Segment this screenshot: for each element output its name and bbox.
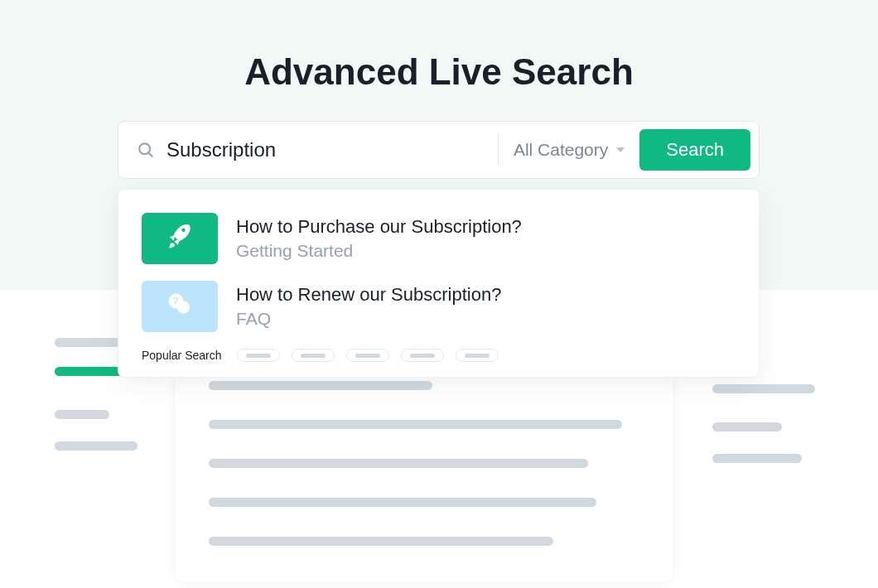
result-title: How to Purchase our Subscription? (236, 214, 522, 239)
sidebar-stub (55, 441, 137, 451)
search-result[interactable]: ? How to Renew our Subscription? FAQ (142, 281, 736, 332)
right-stub (712, 384, 815, 393)
right-stub (712, 454, 802, 463)
result-thumb (142, 213, 218, 264)
search-button[interactable]: Search (639, 129, 750, 171)
result-category: FAQ (236, 307, 501, 330)
content-card-skeleton (176, 349, 673, 581)
popular-search-pill[interactable] (401, 349, 444, 362)
right-stub (712, 422, 782, 431)
popular-search-pill[interactable] (292, 349, 335, 362)
result-title: How to Renew our Subscription? (236, 282, 501, 307)
sidebar-stub (55, 338, 123, 347)
divider (498, 134, 499, 166)
search-result[interactable]: How to Purchase our Subscription? Gettin… (142, 213, 736, 264)
search-results-dropdown: How to Purchase our Subscription? Gettin… (118, 189, 760, 378)
search-icon (137, 141, 155, 159)
svg-text:?: ? (173, 296, 178, 306)
page-title: Advanced Live Search (0, 51, 878, 93)
search-bar: All Category Search (118, 121, 760, 179)
svg-point-3 (177, 301, 190, 314)
result-category: Getting Started (236, 239, 522, 263)
svg-line-1 (148, 152, 152, 157)
chevron-down-icon (616, 147, 625, 152)
search-input[interactable] (166, 138, 491, 161)
popular-search-pill[interactable] (346, 349, 389, 362)
popular-search-pill[interactable] (237, 349, 280, 362)
rocket-icon (165, 222, 195, 255)
chat-icon: ? (165, 290, 195, 323)
popular-search-row: Popular Search (142, 349, 736, 362)
result-thumb: ? (142, 281, 218, 332)
popular-search-pill[interactable] (456, 349, 499, 362)
category-selected-label: All Category (514, 140, 608, 160)
sidebar-stub (55, 410, 109, 419)
category-select[interactable]: All Category (514, 140, 625, 160)
popular-search-label: Popular Search (142, 349, 222, 362)
